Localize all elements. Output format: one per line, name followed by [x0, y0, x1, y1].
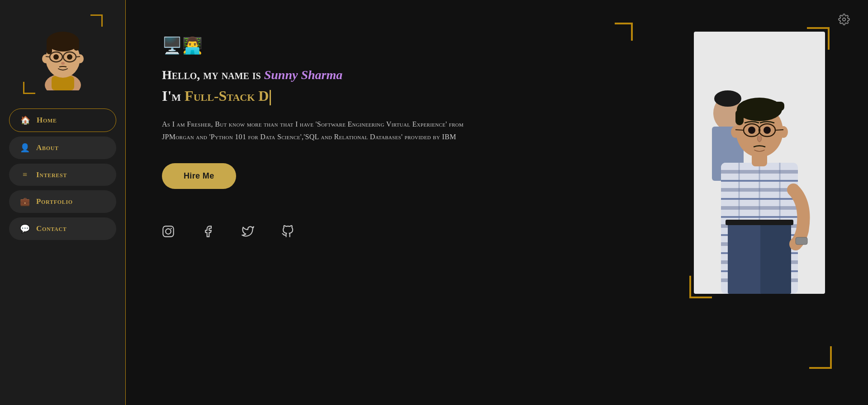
role-text: Full-Stack D: [185, 88, 269, 104]
text-section: 🖥️👨‍💻 Hello, my name is Sunny Sharma I'm…: [162, 27, 660, 387]
sidebar-item-contact[interactable]: 💬 Contact: [9, 217, 116, 240]
sidebar-label-home: Home: [37, 116, 57, 125]
user-icon: 👤: [20, 143, 30, 153]
svg-point-7: [42, 54, 49, 63]
svg-point-19: [171, 228, 172, 229]
photo-wrapper: [694, 32, 825, 294]
nav-menu: 🏠 Home 👤 About ≡ Interest 💼 Portfolio 💬 …: [0, 108, 125, 240]
settings-button[interactable]: [838, 14, 850, 28]
svg-point-13: [67, 54, 72, 60]
twitter-icon[interactable]: [242, 225, 254, 241]
github-icon[interactable]: [281, 225, 294, 241]
svg-point-61: [764, 127, 771, 134]
hello-heading: Hello, my name is Sunny Sharma: [162, 68, 660, 82]
svg-point-60: [748, 127, 755, 134]
hire-me-button[interactable]: Hire Me: [162, 163, 236, 189]
description-text: As I am Fresher, But know more than that…: [162, 118, 470, 143]
svg-rect-52: [757, 102, 784, 111]
photo-section: [687, 27, 832, 387]
typing-cursor: [270, 90, 271, 105]
svg-rect-5: [47, 42, 52, 54]
sidebar-label-about: About: [36, 143, 59, 152]
sidebar-item-about[interactable]: 👤 About: [9, 137, 116, 159]
sidebar-item-portfolio[interactable]: 💼 Portfolio: [9, 190, 116, 213]
instagram-icon[interactable]: [162, 225, 175, 241]
person-name: Sunny Sharma: [264, 68, 343, 82]
emoji-decoration: 🖥️👨‍💻: [162, 36, 660, 55]
svg-rect-46: [726, 220, 793, 225]
role-heading: I'm Full-Stack D: [162, 88, 660, 105]
svg-point-62: [843, 18, 846, 21]
role-prefix: I'm: [162, 88, 185, 104]
home-icon: 🏠: [20, 115, 30, 125]
facebook-icon[interactable]: [202, 225, 214, 241]
sidebar-label-interest: Interest: [36, 170, 67, 179]
svg-rect-17: [163, 226, 173, 236]
main-content: 🖥️👨‍💻 Hello, my name is Sunny Sharma I'm…: [126, 0, 868, 405]
svg-point-12: [53, 54, 59, 60]
sidebar: 🏠 Home 👤 About ≡ Interest 💼 Portfolio 💬 …: [0, 0, 126, 405]
svg-rect-45: [760, 221, 791, 294]
sidebar-label-portfolio: Portfolio: [36, 197, 73, 206]
list-icon: ≡: [20, 170, 30, 179]
svg-point-53: [731, 126, 740, 138]
svg-point-16: [61, 62, 65, 65]
sidebar-label-contact: Contact: [36, 224, 67, 233]
avatar-container: [27, 18, 99, 90]
profile-photo: [694, 32, 825, 294]
svg-point-18: [166, 229, 171, 234]
social-icons-row: [162, 225, 660, 241]
svg-line-15: [76, 57, 80, 57]
briefcase-icon: 💼: [20, 197, 30, 207]
photo-bracket-bl: [689, 276, 712, 298]
svg-rect-47: [796, 237, 807, 245]
avatar-image: [27, 18, 99, 90]
svg-line-58: [735, 130, 744, 130]
svg-rect-2: [52, 76, 74, 90]
svg-point-23: [714, 90, 741, 107]
svg-rect-44: [728, 221, 759, 294]
svg-rect-51: [735, 109, 744, 125]
photo-svg: [694, 32, 825, 294]
sidebar-item-interest[interactable]: ≡ Interest: [9, 164, 116, 186]
content-area: 🖥️👨‍💻 Hello, my name is Sunny Sharma I'm…: [162, 27, 832, 387]
chat-icon: 💬: [20, 224, 30, 234]
svg-line-14: [46, 57, 50, 57]
svg-rect-6: [74, 42, 79, 51]
svg-line-59: [775, 130, 783, 130]
sidebar-item-home[interactable]: 🏠 Home: [9, 108, 116, 132]
svg-point-54: [779, 126, 788, 138]
svg-point-8: [76, 54, 84, 63]
hello-prefix: Hello, my name is: [162, 68, 264, 82]
